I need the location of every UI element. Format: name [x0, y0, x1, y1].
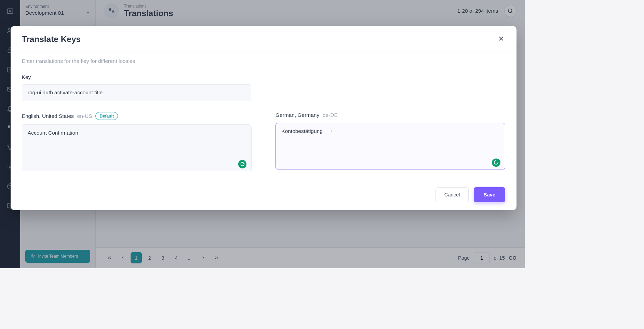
locale-de-textarea[interactable] [276, 123, 505, 170]
locale-de-code: de-DE [323, 112, 338, 118]
save-button[interactable]: Save [474, 187, 506, 202]
locale-en-code: en-US [77, 113, 92, 119]
default-badge: Default [95, 112, 118, 120]
key-input[interactable] [22, 84, 252, 101]
translate-keys-modal: Translate Keys Enter translations for th… [11, 26, 516, 210]
locale-en-textarea[interactable] [22, 124, 252, 171]
modal-title: Translate Keys [22, 35, 81, 44]
locale-en-name: English, United States [22, 113, 74, 119]
modal-subtitle: Enter translations for the key for diffe… [22, 58, 506, 64]
locale-de-name: German, Germany [276, 112, 319, 118]
grammarly-icon[interactable] [238, 160, 246, 168]
grammarly-spinner-icon[interactable] [492, 159, 500, 167]
close-icon [498, 36, 504, 42]
modal-close-button[interactable] [497, 34, 505, 44]
key-label: Key [22, 74, 506, 80]
cancel-button[interactable]: Cancel [435, 187, 469, 202]
